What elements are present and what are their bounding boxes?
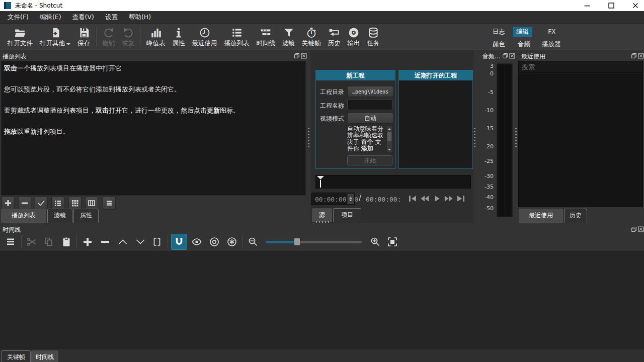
menu-settings[interactable]: 设置: [100, 11, 123, 24]
ripple-button[interactable]: [207, 234, 222, 249]
project-dir-button[interactable]: …peng\Videos: [347, 86, 393, 97]
paste-button[interactable]: [59, 234, 74, 249]
menu-file[interactable]: 文件(F): [2, 11, 34, 24]
layout-color-button[interactable]: 颜色: [489, 39, 509, 50]
recent-list[interactable]: [518, 73, 643, 207]
tab-project[interactable]: 项目: [333, 208, 361, 222]
rewind-icon[interactable]: [420, 195, 429, 203]
menu-help[interactable]: 帮助(H): [123, 11, 156, 24]
maximize-button[interactable]: [604, 0, 619, 11]
menu-view[interactable]: 查看(V): [67, 11, 100, 24]
copy-button[interactable]: [41, 234, 56, 249]
timecode-spinner[interactable]: [347, 194, 354, 204]
history-button[interactable]: 历史: [325, 25, 344, 49]
slider-handle[interactable]: [294, 238, 300, 246]
float-panel-icon[interactable]: [502, 52, 508, 59]
split-button[interactable]: [149, 234, 165, 249]
float-panel-icon[interactable]: [630, 52, 637, 59]
splitter-handle[interactable]: [515, 128, 517, 148]
close-panel-icon[interactable]: [637, 52, 644, 59]
fast-forward-icon[interactable]: [444, 195, 453, 203]
playlist-hint-3: 要剪裁或者调整播放列表项目，双击打开它，进行一些更改，然后点击更新图标。: [4, 106, 239, 115]
tab-properties[interactable]: 属性: [73, 209, 99, 223]
peak-meter-button[interactable]: 峰值表: [143, 25, 169, 49]
recent-button[interactable]: 最近使用: [189, 25, 221, 49]
splitter-handle[interactable]: [316, 221, 329, 223]
cut-button[interactable]: [24, 234, 39, 249]
timeline-zoom-slider[interactable]: [266, 241, 362, 243]
zoom-out-button[interactable]: [246, 234, 261, 249]
scroll-up-icon[interactable]: [387, 126, 392, 132]
timeline-button[interactable]: 时间线: [253, 25, 279, 49]
view-icons-button[interactable]: [85, 197, 98, 210]
timeline-tracks-area[interactable]: [0, 251, 644, 349]
tab-keyframes[interactable]: 关键帧: [2, 350, 31, 362]
keyframes-button[interactable]: 关键帧: [298, 25, 325, 49]
scrub-while-dragging-button[interactable]: [189, 234, 204, 249]
hint-scrollbar[interactable]: [386, 126, 392, 153]
tab-source[interactable]: 源: [312, 208, 332, 222]
undo-button[interactable]: 撤销: [99, 25, 118, 49]
layout-logging-button[interactable]: 日志: [489, 27, 509, 37]
minimize-button[interactable]: [580, 0, 595, 11]
export-button[interactable]: 输出: [344, 25, 364, 49]
skip-start-icon[interactable]: [408, 195, 417, 203]
append-button[interactable]: [80, 234, 95, 249]
menu-edit[interactable]: 编辑(E): [34, 11, 67, 24]
playlist-update-button[interactable]: [35, 197, 48, 210]
scroll-down-icon[interactable]: [387, 147, 392, 152]
video-mode-button[interactable]: 自动: [347, 113, 393, 124]
close-panel-icon[interactable]: [637, 226, 644, 232]
close-button[interactable]: [628, 0, 643, 11]
float-panel-icon[interactable]: [293, 52, 300, 59]
play-icon[interactable]: [432, 195, 441, 203]
open-file-button[interactable]: 打开文件: [4, 25, 36, 49]
spin-down-icon[interactable]: [349, 200, 352, 203]
float-panel-icon[interactable]: [630, 226, 637, 232]
spin-up-icon[interactable]: [349, 196, 352, 199]
playlist-menu-button[interactable]: [103, 197, 116, 210]
timeline-menu-button[interactable]: [3, 234, 18, 249]
audio-meter-title: 音频...: [482, 52, 500, 61]
tab-recent[interactable]: 最近使用: [519, 209, 563, 223]
splitter-handle[interactable]: [474, 128, 475, 148]
ripple-delete-button[interactable]: [98, 234, 113, 249]
overwrite-button[interactable]: [133, 234, 148, 249]
playlist-add-button[interactable]: [2, 197, 15, 210]
tab-filters[interactable]: 滤镜: [47, 209, 72, 223]
tab-timeline[interactable]: 时间线: [31, 350, 58, 362]
properties-button[interactable]: 属性: [169, 25, 189, 49]
view-tiles-button[interactable]: [68, 197, 82, 210]
jobs-button[interactable]: 任务: [364, 25, 383, 49]
playlist-remove-button[interactable]: [18, 197, 31, 210]
zoom-in-button[interactable]: [368, 234, 383, 249]
layout-editing-button[interactable]: 编辑: [513, 27, 532, 37]
close-panel-icon[interactable]: [300, 52, 307, 59]
undo-icon: [103, 26, 115, 39]
tab-history[interactable]: 历史: [564, 209, 587, 223]
project-name-input[interactable]: [347, 100, 392, 110]
recent-projects-list[interactable]: [399, 80, 472, 168]
save-button[interactable]: 保存: [74, 25, 94, 49]
redo-button[interactable]: 恢复: [118, 25, 138, 49]
start-button[interactable]: 开始: [347, 155, 392, 165]
snap-toggle-button[interactable]: [171, 234, 187, 250]
scroll-thumb[interactable]: [387, 132, 391, 141]
playlist-button[interactable]: 播放列表: [221, 25, 253, 49]
tab-playlist[interactable]: 播放列表: [1, 209, 46, 223]
layout-player-button[interactable]: 播放器: [538, 39, 565, 50]
recent-search-input[interactable]: [518, 61, 643, 73]
lift-button[interactable]: [115, 234, 130, 249]
zoom-fit-button[interactable]: [385, 234, 400, 249]
layout-fx-button[interactable]: FX: [544, 27, 559, 36]
player-scrubber[interactable]: [315, 175, 471, 189]
skip-end-icon[interactable]: [456, 195, 465, 203]
timecode-spinbox[interactable]: 00:00:00:00: [311, 193, 355, 205]
layout-audio-button[interactable]: 音频: [514, 39, 534, 50]
filters-button[interactable]: 滤镜: [279, 25, 298, 49]
close-panel-icon[interactable]: [509, 52, 515, 59]
splitter-handle[interactable]: [308, 128, 309, 148]
view-details-button[interactable]: [51, 197, 64, 210]
open-other-button[interactable]: 打开其他: [36, 25, 74, 49]
ripple-all-tracks-button[interactable]: [224, 234, 239, 249]
